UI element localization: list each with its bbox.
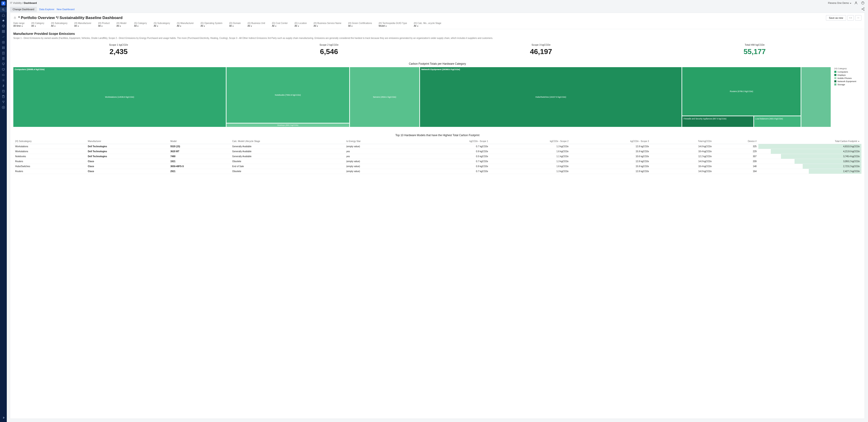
filter-6[interactable]: (S) CategoryAll (134, 22, 147, 27)
nav-doc-icon[interactable] (0, 56, 7, 61)
treemap-hubs: Hubs/Switches (18157.8 kgCO2e) (535, 96, 566, 98)
filter-17[interactable]: (H) Calc. Mo...ecycle StageAll (414, 22, 441, 27)
svg-rect-5 (4, 32, 4, 33)
nav-filter-icon[interactable] (0, 99, 7, 104)
nav-compliance-icon[interactable] (0, 51, 7, 56)
new-dashboard-link[interactable]: New Dashboard (57, 8, 74, 11)
dashboard-title: * Portfolio Overview */ Sustainability B… (18, 16, 123, 20)
svg-rect-16 (3, 95, 4, 96)
data-explorer-link[interactable]: Data Explorer (39, 8, 54, 11)
code-button[interactable] (847, 15, 854, 21)
treemap-group-computers: Computers (28085.4 kgCO2e) (15, 68, 44, 70)
filter-12[interactable]: (D) Cost CenterAll (272, 22, 288, 27)
legend-item[interactable]: Displays (834, 74, 862, 76)
filter-3[interactable]: (H) ManufacturerAll (74, 22, 92, 27)
filter-1[interactable]: (H) CategoryAll (31, 22, 44, 27)
legend-item[interactable]: Mobile Phones (834, 77, 862, 80)
filter-0[interactable]: Date rangeAll time (13, 22, 24, 27)
treemap-routers: Routers (6786.3 kgCO2e) (730, 90, 753, 92)
filter-4[interactable]: (H) ProductAll (98, 22, 110, 27)
save-as-new-button[interactable]: Save as new (826, 15, 846, 21)
treemap-servers: Servers (4594.4 kgCO2e) (373, 96, 396, 98)
treemap-storage (801, 67, 831, 127)
table-row[interactable]: WorkstationsDell Technologies5520 (15)Ge… (13, 144, 862, 149)
svg-point-25 (858, 18, 859, 18)
nav-scan-icon[interactable] (0, 40, 7, 45)
filter-13[interactable]: (D) LocationAll (294, 22, 307, 27)
nav-dashboard-icon[interactable] (0, 29, 7, 34)
filter-5[interactable]: (H) ModelAll (116, 22, 127, 27)
svg-point-18 (855, 2, 857, 3)
svg-rect-13 (2, 68, 5, 70)
svg-rect-15 (2, 90, 4, 92)
nav-star-icon[interactable] (0, 18, 7, 23)
treemap-notebooks: Notebooks (7964.9 kgCO2e) (275, 94, 301, 96)
filter-10[interactable]: (D) DomainAll (229, 22, 241, 27)
section-description: Scope 1 - Direct Emissions by owned asse… (13, 36, 819, 40)
nav-monitor-icon[interactable] (0, 67, 7, 72)
nav-save-icon[interactable] (0, 94, 7, 99)
svg-rect-9 (2, 48, 4, 49)
nav-cube-icon[interactable] (0, 24, 7, 29)
table-row[interactable]: Hubs/SwitchesCisco3650-48FS-SEnd of Sale… (13, 164, 862, 169)
filter-2[interactable]: (H) SubcategoryAll (51, 22, 68, 27)
treemap-legend: (H) Category: ComputersDisplaysMobile Ph… (834, 67, 862, 127)
table-header[interactable]: kgCO2e - Scope 1 (409, 139, 490, 144)
svg-line-1 (4, 10, 4, 11)
nav-search-icon[interactable] (0, 7, 7, 12)
treemap-loadbal: Load Balancers (493.6 kgCO2e) (755, 118, 783, 120)
breadcrumb-current: Dashboard (24, 2, 37, 4)
legend-item[interactable]: Network Equipment (834, 80, 862, 83)
filter-16[interactable]: (H) Technopedia GUID TypeModel (379, 22, 407, 27)
more-button[interactable] (855, 15, 862, 21)
change-dashboard-button[interactable]: Change Dashboard (10, 7, 37, 12)
table-header[interactable]: kgCO2e - Scope 2 (490, 139, 570, 144)
treemap-firewalls: Firewalls and Security Appliances (857.5… (684, 118, 726, 120)
nav-dollar-icon[interactable] (0, 83, 7, 88)
table-header[interactable]: Model (168, 139, 230, 144)
tenant-selector[interactable]: Flexera One Demo (828, 2, 851, 4)
table-header[interactable]: kgCO2e - Scope 3 (570, 139, 651, 144)
nav-cloud-icon[interactable] (0, 72, 7, 77)
nav-network-icon[interactable] (0, 61, 7, 66)
nav-server-icon[interactable] (0, 45, 7, 50)
legend-item[interactable]: Storage (834, 83, 862, 86)
nav-home-icon[interactable] (0, 13, 7, 18)
metric-2: Scope 3 kgCO2e46,197 (530, 43, 552, 56)
brand-logo[interactable]: X (1, 1, 5, 5)
nav-gear-icon[interactable] (0, 78, 7, 83)
table-header[interactable]: Device # (713, 139, 758, 144)
svg-rect-10 (2, 52, 4, 55)
filter-8[interactable]: (S) ManufacturerAll (177, 22, 194, 27)
filter-7[interactable]: (S) SubcategoryAll (154, 22, 170, 27)
svg-point-20 (864, 7, 864, 8)
table-row[interactable]: RoutersCisco2921Obsolete(empty value)0.7… (13, 169, 862, 174)
table-header[interactable]: Calc. Model Lifecycle Stage (230, 139, 344, 144)
legend-item[interactable]: Computers (834, 70, 862, 73)
nav-settings-icon[interactable] (0, 105, 7, 110)
share-icon[interactable] (861, 7, 865, 11)
table-header[interactable]: Total kgCO2e (651, 139, 713, 144)
table-header[interactable]: (H) Subcategory (13, 139, 86, 144)
breadcrumb-parent[interactable]: IT Visibility (10, 2, 22, 4)
sidebar-expand-icon[interactable] (0, 415, 7, 420)
filter-14[interactable]: (H) Business Service NameAll (313, 22, 341, 27)
table-row[interactable]: RoutersCisco1921Obsolete(empty value)0.7… (13, 159, 862, 164)
secondary-bar: Change Dashboard Data Explorer New Dashb… (7, 6, 868, 13)
table-row[interactable]: NotebooksDell Technologies7480Generally … (13, 154, 862, 159)
nav-building-icon[interactable] (0, 89, 7, 94)
table-header[interactable]: Manufacturer (86, 139, 168, 144)
svg-rect-12 (2, 63, 4, 64)
filter-15[interactable]: (H) Green CertificationsAll (348, 22, 372, 27)
help-icon[interactable] (861, 1, 865, 5)
filter-11[interactable]: (D) Business UnitAll (248, 22, 265, 27)
nav-analytics-icon[interactable] (0, 34, 7, 39)
svg-rect-3 (4, 30, 4, 31)
table-header[interactable]: Is Energy Star (344, 139, 409, 144)
treemap-chart[interactable]: Computers (28085.4 kgCO2e) Workstations … (13, 67, 831, 127)
filter-9[interactable]: (D) Operating SystemAll (200, 22, 222, 27)
filter-bar: Date rangeAll time (H) CategoryAll (H) S… (10, 22, 865, 29)
table-row[interactable]: WorkstationsDell Technologies3620 MTGene… (13, 149, 862, 154)
table-header[interactable]: Total Carbon Footprint (758, 139, 862, 144)
user-icon[interactable] (854, 1, 858, 5)
